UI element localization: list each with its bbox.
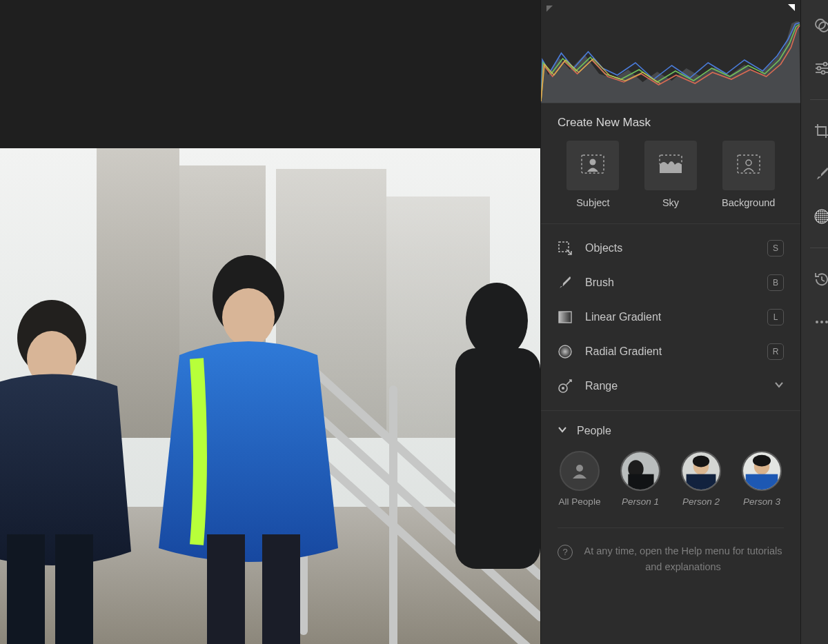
- people-person-2[interactable]: Person 2: [676, 451, 726, 507]
- svg-rect-42: [746, 474, 778, 490]
- avatar: [560, 451, 600, 491]
- svg-rect-12: [455, 348, 540, 569]
- range-icon: [558, 379, 573, 394]
- avatar: [620, 451, 660, 491]
- avatar: [681, 451, 721, 491]
- mask-tool-label: Range: [585, 380, 758, 392]
- mask-tile-label: Subject: [576, 197, 609, 208]
- svg-point-55: [816, 321, 818, 323]
- person-label: Person 3: [743, 496, 780, 507]
- person-label: Person 2: [682, 496, 720, 507]
- svg-point-41: [753, 455, 771, 467]
- svg-point-52: [815, 210, 829, 223]
- mask-tool-linear-gradient[interactable]: Linear Gradient L: [558, 300, 784, 334]
- people-person-3[interactable]: Person 3: [737, 451, 787, 507]
- mask-tile-background[interactable]: Background: [713, 141, 784, 208]
- chevron-down-icon: [558, 425, 567, 437]
- people-section-header[interactable]: People: [541, 411, 800, 444]
- svg-point-14: [222, 288, 275, 346]
- highlight-clipping-icon[interactable]: [788, 4, 795, 11]
- mask-tool-label: Brush: [585, 276, 755, 289]
- right-toolbar: [800, 0, 828, 644]
- objects-icon: [558, 241, 573, 256]
- svg-point-31: [576, 465, 583, 472]
- mask-tool-label: Linear Gradient: [585, 311, 755, 323]
- brush-icon: [558, 275, 573, 290]
- svg-point-11: [466, 283, 528, 359]
- mask-tool-label: Radial Gradient: [585, 345, 755, 358]
- photo-canvas[interactable]: [0, 0, 540, 644]
- mask-tool-objects[interactable]: Objects S: [558, 231, 784, 265]
- svg-rect-34: [628, 474, 653, 490]
- shortcut-key: S: [767, 240, 784, 256]
- create-new-mask-title: Create New Mask: [558, 116, 784, 130]
- svg-point-25: [746, 160, 751, 165]
- shortcut-key: B: [767, 274, 784, 291]
- mask-tool-radial-gradient[interactable]: Radial Gradient R: [558, 334, 784, 369]
- mask-tool-label: Objects: [585, 242, 755, 254]
- svg-rect-15: [207, 534, 245, 644]
- svg-point-30: [562, 387, 564, 390]
- edit-panel: Create New Mask Subject: [540, 0, 800, 644]
- svg-rect-38: [687, 474, 716, 490]
- mask-tile-label: Sky: [662, 197, 679, 208]
- mask-tile-subject[interactable]: Subject: [558, 141, 629, 208]
- radial-gradient-icon: [558, 344, 573, 359]
- create-new-mask-section: Create New Mask Subject: [541, 103, 800, 224]
- people-all[interactable]: All People: [555, 451, 604, 507]
- background-mask-icon: [737, 154, 760, 177]
- shortcut-key: L: [767, 309, 784, 325]
- svg-rect-16: [262, 534, 300, 644]
- toolbar-divider: [810, 248, 829, 248]
- svg-point-56: [820, 321, 823, 323]
- crop-tool-icon[interactable]: [810, 119, 829, 143]
- svg-rect-27: [559, 312, 571, 323]
- svg-point-57: [825, 321, 828, 323]
- linear-gradient-icon: [558, 310, 573, 325]
- people-person-1[interactable]: Person 1: [615, 451, 665, 507]
- shortcut-key: R: [767, 343, 784, 360]
- presets-tool-icon[interactable]: [810, 14, 829, 37]
- svg-point-28: [559, 345, 571, 358]
- edit-sliders-icon[interactable]: [810, 57, 829, 80]
- subject-mask-icon: [581, 154, 604, 177]
- mask-tile-sky[interactable]: Sky: [635, 141, 707, 208]
- sky-mask-icon: [659, 154, 682, 177]
- shadow-clipping-icon[interactable]: [546, 6, 553, 12]
- photo-preview: [0, 148, 540, 644]
- avatar: [742, 451, 782, 491]
- mask-tools-list: Objects S Brush B Linear Gradient L: [541, 224, 800, 411]
- svg-point-49: [817, 67, 820, 70]
- masking-tool-icon[interactable]: [810, 205, 829, 228]
- help-hint: ? At any time, open the Help menu for tu…: [558, 527, 784, 575]
- mask-tool-range[interactable]: Range: [558, 369, 784, 403]
- mask-tile-label: Background: [722, 197, 775, 208]
- svg-point-50: [821, 71, 825, 74]
- mask-tool-brush[interactable]: Brush B: [558, 265, 784, 300]
- svg-point-48: [823, 63, 827, 66]
- person-label: Person 1: [622, 496, 659, 507]
- help-hint-text: At any time, open the Help menu for tuto…: [582, 543, 784, 575]
- help-icon[interactable]: ?: [558, 545, 573, 560]
- versions-tool-icon[interactable]: [810, 268, 829, 291]
- more-tool-icon[interactable]: [810, 310, 829, 334]
- svg-rect-20: [55, 534, 93, 644]
- people-section-label: People: [577, 425, 611, 437]
- svg-point-22: [590, 159, 596, 165]
- svg-rect-19: [7, 534, 45, 644]
- svg-line-54: [822, 280, 825, 281]
- person-label: All People: [559, 496, 601, 507]
- svg-point-37: [693, 456, 709, 467]
- histogram[interactable]: [541, 0, 800, 103]
- healing-tool-icon[interactable]: [810, 162, 829, 185]
- toolbar-divider: [810, 99, 829, 100]
- people-section: People All People Person 1: [541, 411, 800, 575]
- chevron-down-icon: [774, 380, 784, 392]
